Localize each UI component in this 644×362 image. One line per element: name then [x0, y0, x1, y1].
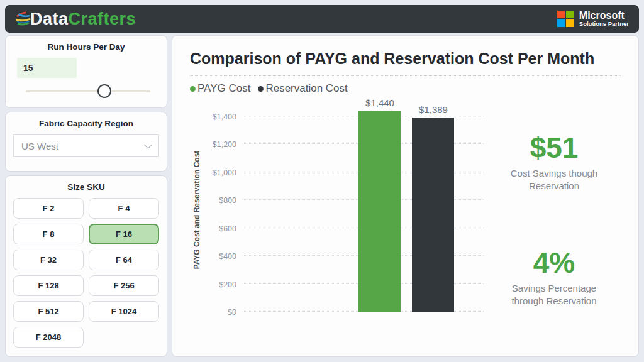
sku-button-f-128[interactable]: F 128 [13, 275, 84, 296]
run-hours-title: Run Hours Per Day [13, 42, 159, 52]
legend-dot [258, 86, 264, 92]
datacrafters-logo: DataCrafters [14, 9, 136, 29]
kpi-column: $51 Cost Savings though Reservation 4% S… [487, 99, 621, 321]
ms-square-yellow [566, 19, 574, 27]
filters-sidebar: Run Hours Per Day Fabric Capacity Region… [5, 35, 167, 357]
app-header: DataCrafters Microsoft Solutions Partner [5, 5, 639, 33]
ms-square-red [557, 11, 565, 18]
region-title: Fabric Capacity Region [13, 119, 159, 128]
ytick-label-1200: $1,200 [204, 140, 236, 149]
title-divider [190, 75, 621, 76]
sku-button-f-64[interactable]: F 64 [89, 250, 159, 270]
ms-square-green [566, 11, 574, 18]
ytick-label-800: $800 [204, 196, 236, 205]
legend-label: PAYG Cost [197, 82, 250, 95]
ytick-label-600: $600 [204, 224, 236, 233]
kpi-cost-savings-value: $51 [487, 133, 621, 162]
ytick-label-1000: $1,000 [204, 168, 236, 177]
legend-item-reservation-cost[interactable]: Reservation Cost [258, 82, 347, 95]
y-axis-label: PAYG Cost and Reservation Cost [190, 99, 204, 321]
ytick-label-0: $0 [204, 308, 236, 317]
partner-text: Microsoft Solutions Partner [579, 11, 629, 28]
run-hours-input[interactable] [17, 58, 77, 78]
partner-name: Microsoft [579, 11, 629, 21]
sku-button-grid: F 2F 4F 8F 16F 32F 64F 128F 256F 512F 10… [13, 198, 159, 348]
partner-subtitle: Solutions Partner [579, 21, 629, 27]
bar-reservation-cost[interactable] [412, 118, 454, 312]
sku-button-f-1024[interactable]: F 1024 [89, 301, 159, 322]
slider-handle[interactable] [97, 84, 111, 98]
chart-legend: PAYG CostReservation Cost [190, 82, 621, 95]
run-hours-slider[interactable] [26, 84, 150, 99]
bar-data-label: $1,440 [353, 97, 406, 108]
region-dropdown[interactable]: US West [13, 134, 159, 157]
logo-text: DataCrafters [34, 9, 136, 29]
chart-panel: Comparison of PAYG and Reservation Cost … [172, 35, 639, 357]
logo-text-data: Data [30, 9, 69, 28]
ytick-label-1400: $1,400 [204, 112, 236, 121]
legend-dot [190, 86, 196, 92]
sku-button-f-8[interactable]: F 8 [13, 224, 84, 244]
plot-area: $1,440$1,389 $0$200$400$600$800$1,000$1,… [204, 99, 487, 321]
region-card: Fabric Capacity Region US West [5, 112, 167, 172]
size-sku-title: Size SKU [13, 182, 159, 192]
kpi-savings-percent: 4% Savings Percentage through Reservatio… [487, 248, 621, 308]
sku-button-f-256[interactable]: F 256 [89, 275, 159, 296]
ytick-label-200: $200 [204, 280, 236, 289]
region-selected-value: US West [21, 141, 58, 151]
logo-text-crafters: Crafters [69, 9, 136, 28]
chevron-down-icon [144, 141, 152, 149]
sku-button-f-4[interactable]: F 4 [89, 198, 159, 219]
ytick-label-400: $400 [204, 252, 236, 261]
chart-row: PAYG Cost and Reservation Cost $1,440$1,… [190, 99, 621, 321]
kpi-cost-savings-label: Cost Savings though Reservation [487, 167, 621, 193]
y-axis-label-text: PAYG Cost and Reservation Cost [192, 150, 201, 269]
legend-item-payg-cost[interactable]: PAYG Cost [190, 82, 250, 95]
bar-payg-cost[interactable] [358, 111, 401, 312]
plot-grid: $1,440$1,389 [242, 99, 484, 321]
bar-data-label: $1,389 [407, 104, 460, 115]
sku-button-f-32[interactable]: F 32 [13, 250, 84, 270]
kpi-cost-savings: $51 Cost Savings though Reservation [487, 133, 621, 193]
slider-track[interactable] [26, 90, 150, 92]
kpi-savings-percent-value: 4% [487, 248, 621, 277]
sku-button-f-16[interactable]: F 16 [89, 224, 159, 244]
run-hours-card: Run Hours Per Day [5, 35, 167, 108]
sku-button-f-2048[interactable]: F 2048 [13, 327, 84, 348]
kpi-savings-percent-label: Savings Percentage through Reservation [487, 282, 621, 308]
chart-title: Comparison of PAYG and Reservation Cost … [190, 50, 621, 68]
sku-button-f-512[interactable]: F 512 [13, 301, 84, 322]
microsoft-logo-icon [557, 11, 574, 27]
legend-label: Reservation Cost [265, 82, 347, 95]
size-sku-card: Size SKU F 2F 4F 8F 16F 32F 64F 128F 256… [5, 175, 167, 357]
page-body: Run Hours Per Day Fabric Capacity Region… [5, 35, 639, 357]
microsoft-partner-badge: Microsoft Solutions Partner [557, 11, 629, 28]
ms-square-blue [557, 19, 565, 27]
sku-button-f-2[interactable]: F 2 [13, 198, 84, 219]
